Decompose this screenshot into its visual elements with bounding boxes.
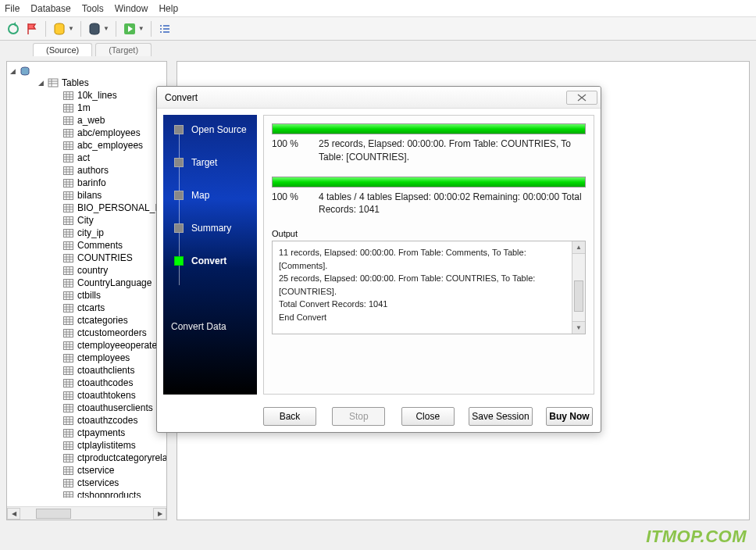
- refresh-icon[interactable]: [6, 22, 20, 36]
- svg-rect-42: [64, 166, 73, 174]
- scroll-track[interactable]: [20, 508, 153, 520]
- tree-table-item[interactable]: ctproductcategoryrelation: [7, 452, 166, 464]
- svg-rect-82: [64, 266, 73, 274]
- output-text: 11 records, Elapsed: 00:00:00. From Tabl…: [273, 241, 572, 334]
- menu-database[interactable]: Database: [30, 3, 70, 14]
- tree-table-item[interactable]: 1m: [7, 102, 166, 114]
- table-name: barinfo: [77, 177, 106, 188]
- table-icon: [63, 466, 73, 475]
- wizard-step-open-source[interactable]: Open Source: [163, 123, 257, 146]
- buy-now-button[interactable]: Buy Now: [546, 407, 593, 426]
- tree-table-item[interactable]: ctplaylistitems: [7, 439, 166, 452]
- dropdown-icon[interactable]: ▼: [103, 25, 109, 32]
- menu-window[interactable]: Window: [115, 3, 148, 14]
- tree-table-item[interactable]: COUNTRIES: [7, 252, 166, 264]
- tree-table-item[interactable]: ctoauthzcodes: [7, 414, 166, 427]
- list-icon[interactable]: [158, 22, 172, 36]
- tree-table-item[interactable]: ctoauthclients: [7, 364, 166, 377]
- table-name: ctbills: [77, 290, 101, 301]
- tree-table-item[interactable]: ctoauthcodes: [7, 377, 166, 389]
- scroll-thumb[interactable]: [36, 509, 71, 519]
- tree-table-item[interactable]: Comments: [7, 239, 166, 252]
- flag-icon[interactable]: [25, 22, 39, 36]
- output-scrollbar[interactable]: ▲ ▼: [572, 241, 585, 334]
- db-dark-icon[interactable]: [87, 22, 102, 36]
- db-yellow-icon[interactable]: [52, 22, 66, 36]
- table-name: ctoauthtokens: [77, 390, 136, 401]
- table-name: 1m: [77, 102, 91, 113]
- tree-table-item[interactable]: abc/employees: [7, 127, 166, 139]
- collapse-icon[interactable]: ◢: [10, 67, 17, 75]
- close-button[interactable]: [566, 91, 597, 105]
- tree-table-item[interactable]: a_web: [7, 114, 166, 127]
- svg-rect-92: [64, 291, 73, 299]
- horizontal-scrollbar[interactable]: ◀ ▶: [7, 506, 166, 520]
- tree-table-item[interactable]: ctservices: [7, 477, 166, 489]
- tree-table-item[interactable]: ctoauthuserclients: [7, 402, 166, 414]
- tree-table-item[interactable]: ctservice: [7, 464, 166, 477]
- table-icon: [63, 266, 73, 275]
- collapse-icon[interactable]: ◢: [38, 79, 45, 87]
- wizard-step-summary[interactable]: Summary: [163, 212, 257, 245]
- svg-rect-107: [64, 329, 73, 337]
- close-icon: [577, 94, 587, 102]
- svg-rect-2: [160, 25, 162, 27]
- svg-rect-67: [64, 229, 73, 237]
- tree-table-item[interactable]: City: [7, 214, 166, 227]
- menu-file[interactable]: File: [5, 3, 20, 14]
- tree-table-item[interactable]: 10k_lines: [7, 89, 166, 102]
- svg-rect-3: [163, 25, 169, 27]
- tree-table-item[interactable]: ctcustomeorders: [7, 327, 166, 339]
- table-icon: [63, 329, 73, 338]
- menu-tools[interactable]: Tools: [82, 3, 104, 14]
- tree-table-item[interactable]: country: [7, 264, 166, 277]
- table-name: ctcustomeorders: [77, 327, 147, 338]
- scroll-down-icon[interactable]: ▼: [572, 321, 585, 334]
- tab-source[interactable]: (Source): [33, 43, 92, 56]
- tree-table-item[interactable]: act: [7, 152, 166, 164]
- svg-rect-6: [160, 31, 162, 33]
- tree-table-item[interactable]: ctoauthtokens: [7, 389, 166, 402]
- table-name: City: [77, 215, 94, 226]
- tree-table-item[interactable]: bilans: [7, 189, 166, 202]
- table-name: ctshopproducts: [77, 490, 141, 498]
- tree-table-item[interactable]: ctcarts: [7, 302, 166, 314]
- tab-target[interactable]: (Target): [95, 43, 152, 56]
- dropdown-icon[interactable]: ▼: [68, 25, 74, 32]
- table-name: country: [77, 265, 108, 276]
- tree-table-item[interactable]: abc_employees: [7, 139, 166, 152]
- tree-table-item[interactable]: CountryLanguage: [7, 277, 166, 289]
- tree-table-item[interactable]: city_ip: [7, 227, 166, 239]
- progress-bar-2: [272, 177, 586, 188]
- tree-table-item[interactable]: ctcategories: [7, 314, 166, 327]
- tree-tables-node[interactable]: ◢ Tables: [7, 77, 166, 88]
- svg-rect-122: [64, 366, 73, 374]
- tabs-strip: (Source) (Target): [0, 41, 756, 56]
- tree-table-item[interactable]: ctemployees: [7, 352, 166, 364]
- tree-table-item[interactable]: BIO_PERSONAL_INF: [7, 202, 166, 214]
- svg-rect-77: [64, 254, 73, 262]
- close-dialog-button[interactable]: Close: [401, 407, 455, 426]
- svg-rect-57: [64, 204, 73, 212]
- tree-root[interactable]: ◢: [7, 66, 166, 76]
- svg-rect-162: [64, 466, 73, 474]
- tree-table-item[interactable]: ctshopproducts: [7, 489, 166, 498]
- tree-table-item[interactable]: ctpayments: [7, 427, 166, 439]
- scroll-right-icon[interactable]: ▶: [153, 508, 166, 520]
- scroll-thumb[interactable]: [574, 280, 583, 312]
- database-icon: [20, 66, 30, 76]
- tree-table-item[interactable]: ctemployeeoperatelog: [7, 339, 166, 352]
- save-session-button[interactable]: Save Session: [469, 407, 533, 426]
- dropdown-icon[interactable]: ▼: [138, 25, 144, 32]
- scroll-up-icon[interactable]: ▲: [572, 241, 585, 254]
- tree-table-item[interactable]: authors: [7, 164, 166, 177]
- back-button[interactable]: Back: [263, 407, 316, 426]
- menu-help[interactable]: Help: [159, 3, 178, 14]
- tree-table-item[interactable]: barinfo: [7, 177, 166, 189]
- tree-table-item[interactable]: ctbills: [7, 289, 166, 302]
- play-icon[interactable]: [123, 22, 137, 36]
- wizard-step-convert[interactable]: Convert: [163, 245, 257, 277]
- wizard-step-map[interactable]: Map: [163, 179, 257, 212]
- wizard-step-target[interactable]: Target: [163, 146, 257, 179]
- scroll-left-icon[interactable]: ◀: [7, 508, 20, 520]
